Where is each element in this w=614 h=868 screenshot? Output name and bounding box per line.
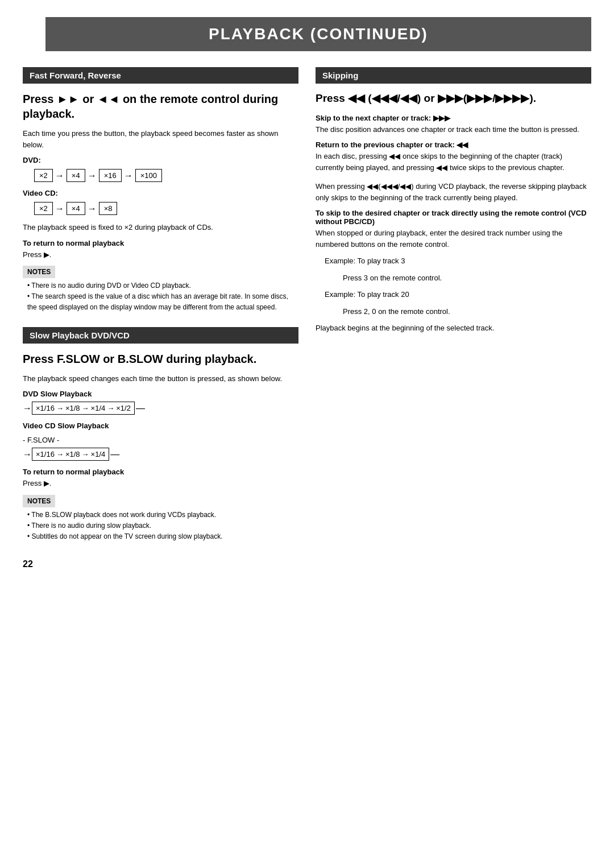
vcd-slow-arr-2: → (82, 450, 89, 458)
page-header: PLAYBACK (CONTINUED) (45, 17, 591, 51)
vcd-arrow-2: → (88, 204, 97, 214)
direct-skip-text: When stopped or during playback, enter t… (316, 228, 591, 250)
dvd-slow-arr-2: → (82, 404, 89, 412)
skip-next-text: The disc position advances one chapter o… (316, 124, 591, 135)
vcd-slow-box: ×1/16 → ×1/8 → ×1/4 (32, 448, 109, 461)
notes-list-2: The B.SLOW playback does not work during… (23, 510, 298, 543)
vcd-speed-2: ×4 (67, 202, 85, 215)
example1-label: Example: To play track 3 (316, 255, 591, 267)
return-normal-text: Press ▶. (23, 249, 298, 261)
vcd-arrow-1: → (55, 204, 64, 214)
notes-section-1: NOTES There is no audio during DVD or Vi… (23, 266, 298, 313)
page-number: 22 (23, 559, 298, 569)
vcd-playback-body: When pressing ◀◀(◀◀◀/◀◀) during VCD play… (316, 181, 591, 203)
dvd-arrow-2: → (88, 171, 97, 181)
dvd-slow-diagram: → ×1/16 → ×1/8 → ×1/4 → ×1/2 — (23, 402, 298, 415)
dvd-slow-label: DVD Slow Playback (23, 390, 298, 398)
return-normal-heading: To return to normal playback (23, 239, 298, 247)
example2-label: Example: To play track 20 (316, 289, 591, 300)
dvd-slow-speed-3: ×1/4 (91, 404, 106, 412)
right-column: Skipping Press ◀◀ (◀◀◀/◀◀) or ▶▶▶(▶▶▶/▶▶… (316, 67, 591, 569)
dvd-speed-4: ×100 (135, 169, 162, 182)
skip-next-heading: Skip to the next chapter or track: ▶▶▶ (316, 114, 591, 122)
vcd-slow-start-arrow: → (23, 449, 32, 460)
vcd-slow-label: Video CD Slow Playback (23, 421, 298, 430)
final-text: Playback begins at the beginning of the … (316, 323, 591, 334)
dvd-slow-speed-2: ×1/8 (65, 404, 80, 412)
vcd-speed-3: ×8 (99, 202, 118, 215)
vcd-slow-diagram: → ×1/16 → ×1/8 → ×1/4 — (23, 448, 298, 461)
dvd-slow-arr-3: → (107, 404, 114, 412)
dvd-speed-1: ×2 (34, 169, 53, 182)
dvd-label: DVD: (23, 156, 298, 164)
skipping-press-line: Press ◀◀ (◀◀◀/◀◀) or ▶▶▶(▶▶▶/▶▶▶▶). (316, 92, 591, 106)
vcd-slow-speed-1: ×1/16 (36, 450, 55, 458)
left-column: Fast Forward, Reverse Press ►► or ◄◄ on … (23, 67, 298, 569)
slow-return-normal-text: Press ▶. (23, 478, 298, 489)
notes-section-2: NOTES The B.SLOW playback does not work … (23, 495, 298, 543)
notes-label-2: NOTES (23, 495, 55, 507)
dvd-slow-arr-1: → (56, 404, 64, 412)
dvd-slow-speed-1: ×1/16 (36, 404, 55, 412)
slow-note-item-3: Subtitles do not appear on the TV screen… (27, 531, 298, 542)
example2-detail: Press 2, 0 on the remote control. (316, 306, 591, 317)
cd-fixed-speed-text: The playback speed is fixed to ×2 during… (23, 222, 298, 233)
dvd-slow-speed-4: ×1/2 (116, 404, 131, 412)
dvd-speed-3: ×16 (99, 169, 122, 182)
slow-playback-section-header: Slow Playback DVD/VCD (23, 327, 298, 344)
slow-return-normal-heading: To return to normal playback (23, 468, 298, 476)
notes-list-1: There is no audio during DVD or Video CD… (23, 280, 298, 313)
slow-note-item-1: The B.SLOW playback does not work during… (27, 510, 298, 520)
vcd-slow-speed-2: ×1/8 (65, 450, 80, 458)
note-item: The search speed is the value of a disc … (27, 291, 298, 313)
note-item: There is no audio during DVD or Video CD… (27, 280, 298, 291)
slow-playback-section: Slow Playback DVD/VCD Press F.SLOW or B.… (23, 327, 298, 543)
vcd-slow-speed-3: ×1/4 (91, 450, 106, 458)
dvd-speed-2: ×4 (67, 169, 85, 182)
fast-forward-body1: Each time you press the button, the play… (23, 128, 298, 150)
slow-playback-title: Press F.SLOW or B.SLOW during playback. (23, 352, 298, 366)
vcd-slow-end-dash: — (110, 449, 119, 460)
example1-detail: Press 3 on the remote control. (316, 272, 591, 284)
fslow-label: - F.SLOW - (23, 436, 298, 444)
slow-playback-body1: The playback speed changes each time the… (23, 373, 298, 385)
return-prev-text: In each disc, pressing ◀◀ once skips to … (316, 151, 591, 173)
vcd-label: Video CD: (23, 189, 298, 197)
dvd-arrow-3: → (124, 171, 133, 181)
dvd-slow-start-arrow: → (23, 403, 32, 414)
skipping-section-header: Skipping (316, 67, 591, 84)
page-title: PLAYBACK (CONTINUED) (57, 25, 580, 43)
slow-note-item-2: There is no audio during slow playback. (27, 520, 298, 531)
fast-forward-section-header: Fast Forward, Reverse (23, 67, 298, 84)
vcd-slow-arr-1: → (56, 450, 64, 458)
main-columns: Fast Forward, Reverse Press ►► or ◄◄ on … (23, 67, 591, 569)
vcd-speed-1: ×2 (34, 202, 53, 215)
fast-forward-title: Press ►► or ◄◄ on the remote control dur… (23, 92, 298, 121)
dvd-speed-diagram: ×2 → ×4 → ×16 → ×100 (34, 169, 298, 182)
dvd-arrow-1: → (55, 171, 64, 181)
direct-skip-heading: To skip to the desired chapter or track … (316, 209, 591, 226)
dvd-slow-box: ×1/16 → ×1/8 → ×1/4 → ×1/2 (32, 402, 135, 415)
return-prev-heading: Return to the previous chapter or track:… (316, 140, 591, 149)
or-text: or (82, 93, 94, 105)
dvd-slow-end-dash: — (136, 403, 145, 414)
notes-label-1: NOTES (23, 266, 55, 278)
page: PLAYBACK (CONTINUED) Fast Forward, Rever… (0, 0, 614, 868)
vcd-speed-diagram: ×2 → ×4 → ×8 (34, 202, 298, 215)
